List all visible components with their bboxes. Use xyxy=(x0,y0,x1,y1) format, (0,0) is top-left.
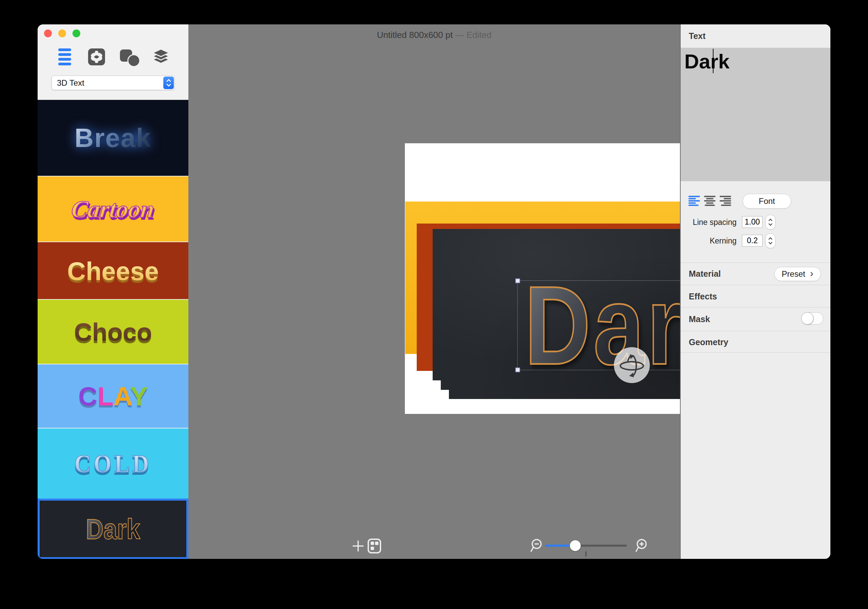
inspector-title: Text xyxy=(680,31,706,41)
kerning-field[interactable]: 0.2 xyxy=(742,235,763,246)
layer-step-cutout xyxy=(441,390,449,399)
sidebar: 3D Text BreakCartoonCheeseChocoCLAYCOLDD… xyxy=(37,25,188,559)
stepper-down-icon xyxy=(768,223,773,226)
effects-section-header[interactable]: Effects xyxy=(689,291,717,301)
font-button[interactable]: Font xyxy=(742,194,791,209)
template-preview-label: Break xyxy=(74,122,152,153)
sidebar-item-cheese[interactable]: Cheese xyxy=(37,242,188,300)
zoom-slider[interactable] xyxy=(545,545,627,547)
window-zoom-button[interactable] xyxy=(73,29,80,37)
template-preview-label: Choco xyxy=(74,318,152,347)
divider xyxy=(680,307,831,308)
window-close-button[interactable] xyxy=(44,29,52,37)
text-content-editor[interactable]: Dark xyxy=(680,48,831,181)
template-category-value: 3D Text xyxy=(52,78,163,88)
document-title: Untitled 800x600 pt — Edited xyxy=(188,30,680,40)
align-right-button[interactable] xyxy=(719,196,731,206)
window-minimize-button[interactable] xyxy=(58,29,66,37)
templates-grid-button[interactable] xyxy=(367,539,381,555)
canvas-workspace[interactable]: Untitled 800x600 pt — Edited Dark xyxy=(188,25,680,559)
zoom-slider-thumb[interactable] xyxy=(570,540,581,551)
shapes-tab[interactable] xyxy=(120,48,138,65)
templates-list-icon xyxy=(58,48,71,51)
sidebar-item-break[interactable]: Break xyxy=(37,100,188,176)
sidebar-item-dark[interactable]: Dark xyxy=(37,499,188,559)
zoom-in-button[interactable] xyxy=(635,539,649,555)
text-editor-value: Dark xyxy=(684,50,729,73)
sidebar-item-cold[interactable]: COLD xyxy=(37,428,188,499)
app-window: Untitled 800x600 pt — Edited Dark xyxy=(37,25,831,559)
divider xyxy=(680,331,831,331)
template-preview-label: Dark xyxy=(86,513,140,545)
select-stepper-icon xyxy=(163,76,174,89)
text-cursor xyxy=(713,49,713,73)
layers-tab[interactable] xyxy=(152,48,170,65)
material-preset-button[interactable]: Preset › xyxy=(774,267,821,281)
stepper-down-icon xyxy=(768,242,773,245)
document-edited-flag: — Edited xyxy=(455,30,491,40)
mask-section-header[interactable]: Mask xyxy=(689,314,710,324)
rotate-3d-gizmo[interactable] xyxy=(614,347,650,383)
stepper-up-icon xyxy=(768,218,773,222)
template-list: BreakCartoonCheeseChocoCLAYCOLDDark xyxy=(37,99,188,559)
chevron-right-icon: › xyxy=(810,268,814,279)
line-spacing-field[interactable]: 1.00 xyxy=(742,216,763,228)
styles-tab[interactable] xyxy=(88,48,105,65)
layers-icon xyxy=(152,48,170,65)
line-spacing-stepper[interactable] xyxy=(765,215,775,229)
stepper-up-icon xyxy=(768,237,773,240)
inspector-panel: Text Dark Font Line spac xyxy=(680,25,831,559)
geometry-section-header[interactable]: Geometry xyxy=(689,337,728,347)
align-center-button[interactable] xyxy=(704,196,716,206)
inspector-header: Text xyxy=(680,25,831,48)
rotate-3d-icon xyxy=(618,351,646,380)
align-left-button[interactable] xyxy=(688,196,700,206)
sidebar-item-cartoon[interactable]: Cartoon xyxy=(37,176,188,242)
divider xyxy=(680,262,831,263)
sidebar-item-clay[interactable]: CLAY xyxy=(37,364,188,428)
zoom-center-tick xyxy=(586,552,586,556)
kerning-label: Kerning xyxy=(682,236,736,246)
templates-list-tab[interactable] xyxy=(58,48,71,65)
divider xyxy=(680,352,831,353)
flower-gear-icon xyxy=(90,51,103,63)
mask-toggle[interactable] xyxy=(801,312,823,324)
template-preview-label: Cheese xyxy=(67,256,158,286)
layer-step-cutout xyxy=(432,380,441,399)
material-section-header[interactable]: Material xyxy=(689,269,721,279)
add-layer-button[interactable] xyxy=(352,539,364,554)
sidebar-item-choco[interactable]: Choco xyxy=(37,299,188,364)
mask-toggle-knob xyxy=(801,312,814,324)
zoom-slider-fill xyxy=(545,545,571,547)
template-preview-label: CLAY xyxy=(78,381,148,412)
line-spacing-label: Line spacing xyxy=(682,218,736,227)
template-preview-label: COLD xyxy=(74,449,152,479)
template-preview-label: Cartoon xyxy=(70,195,156,223)
zoom-out-button[interactable] xyxy=(530,539,544,555)
selection-handle-top-left[interactable] xyxy=(515,279,520,283)
selection-handle-bottom-left[interactable] xyxy=(515,367,520,372)
template-category-select[interactable]: 3D Text xyxy=(51,76,175,90)
kerning-stepper[interactable] xyxy=(765,233,775,248)
